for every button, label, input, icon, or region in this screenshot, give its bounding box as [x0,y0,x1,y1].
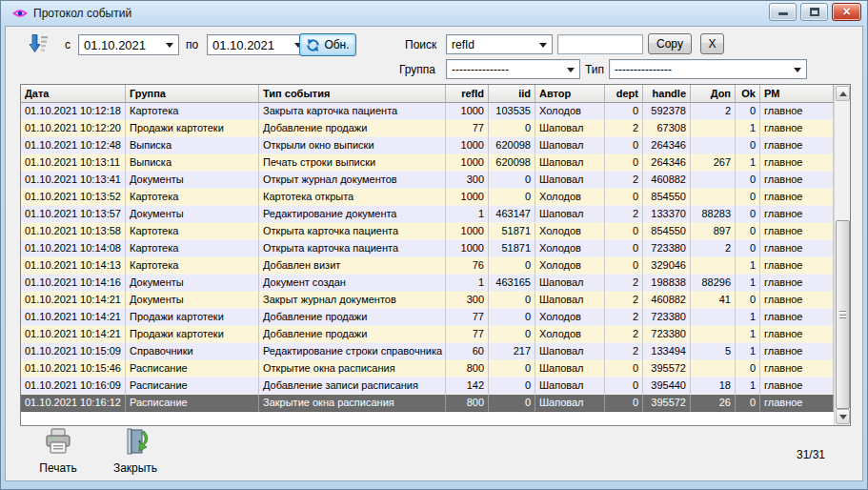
table-cell: Холодов [535,223,605,240]
triangle-up-icon [839,88,847,96]
table-cell: Холодов [535,240,605,257]
maximize-button[interactable] [800,3,828,21]
table-cell: главное [760,360,834,378]
table-cell: 01.10.2021 10:14:13 [21,257,126,275]
table-row[interactable]: 01.10.2021 10:13:41ДокументыОткрыт журна… [21,172,834,189]
table-row[interactable]: 01.10.2021 10:14:08КартотекаОткрыта карт… [21,240,834,257]
table-row[interactable]: 01.10.2021 10:13:11ВыпискаПечать строки … [21,154,834,172]
refresh-button-label: Обн. [324,38,349,51]
table-cell: 77 [446,120,489,137]
table-cell: 01.10.2021 10:13:52 [21,189,126,206]
group-select[interactable]: --------------- [446,59,580,79]
table-row[interactable]: 01.10.2021 10:12:18КартотекаЗакрыта карт… [21,103,834,120]
table-cell: Шаповал [535,360,605,378]
table-cell: 1 [736,275,760,292]
table-cell: Холодов [535,309,605,326]
search-field-select[interactable]: refId [446,34,553,54]
table-cell: Холодов [535,326,605,343]
table-cell: 51871 [489,240,535,257]
table-cell: главное [760,223,834,240]
column-header[interactable]: Автор [535,85,605,102]
table-row[interactable]: 01.10.2021 10:13:58КартотекаОткрыта карт… [21,223,834,240]
table-cell: 2 [605,120,643,137]
column-header[interactable]: iid [489,85,535,102]
table-row[interactable]: 01.10.2021 10:14:21ДокументыЗакрыт журна… [21,292,834,309]
vertical-scrollbar[interactable] [834,85,850,425]
table-cell: 460882 [643,172,691,189]
table-cell: 800 [446,360,489,378]
column-header[interactable]: refId [446,85,489,102]
table-cell: 2 [691,103,736,120]
group-value: --------------- [452,63,564,76]
table-cell: Шаповал [535,172,605,189]
column-header[interactable]: Ok [736,85,760,102]
table-cell: 2 [605,292,643,309]
table-cell: 0 [736,137,760,154]
table-cell: 1 [446,206,489,223]
search-input[interactable] [557,34,643,54]
table-row[interactable]: 01.10.2021 10:15:46РасписаниеОткрытие ок… [21,360,834,378]
table-cell: 133494 [643,343,691,360]
scroll-up-button[interactable] [836,86,850,101]
table-cell: 26 [691,395,736,412]
table-cell: 264346 [643,154,691,172]
table-row[interactable]: 01.10.2021 10:14:21Продажи картотекиДоба… [21,309,834,326]
date-from-select[interactable]: 01.10.2021 [78,34,179,55]
column-header[interactable]: Дата [21,85,126,102]
table-cell: 1 [736,154,760,172]
table-row[interactable]: 01.10.2021 10:16:12РасписаниеЗакрытие ок… [21,395,834,412]
minimize-button[interactable] [769,3,797,21]
thumb-grip-icon [839,311,846,318]
table-row[interactable]: 01.10.2021 10:14:16ДокументыДокумент соз… [21,275,834,292]
column-header[interactable]: РМ [760,85,834,102]
minimize-icon [778,12,788,15]
table-row[interactable]: 01.10.2021 10:14:13КартотекаДобавлен виз… [21,257,834,275]
table-cell: 0 [736,206,760,223]
table-cell: Выписка [126,154,259,172]
table-row[interactable]: 01.10.2021 10:13:52КартотекаКартотека от… [21,189,834,206]
clear-search-button[interactable]: X [700,33,724,54]
record-counter: 31/31 [777,448,844,461]
table-cell: Добавление записи расписания [259,378,446,395]
table-cell: Картотека [126,223,259,240]
table-cell [691,189,736,206]
close-button[interactable]: × [832,3,861,21]
refresh-button[interactable]: Обн. [299,33,356,56]
column-header[interactable]: Доп [691,85,736,102]
type-select[interactable]: --------------- [609,59,807,79]
table-row[interactable]: 01.10.2021 10:12:48ВыпискаОткрыли окно в… [21,137,834,154]
table-cell: главное [760,395,834,412]
close-window-button[interactable]: Закрыть [105,427,166,475]
copy-button[interactable]: Copy [648,33,692,54]
sort-descending-icon [29,33,50,57]
table-row[interactable]: 01.10.2021 10:16:09РасписаниеДобавление … [21,378,834,395]
table-cell: Добавление продажи [259,309,446,326]
table-cell: 2 [605,172,643,189]
table-cell: 723380 [643,326,691,343]
table-cell: Шаповал [535,395,605,412]
table-cell: 300 [446,172,489,189]
table-cell: 800 [446,395,489,412]
column-header[interactable]: Группа [126,85,259,102]
table-row[interactable]: 01.10.2021 10:14:21Продажи картотекиДоба… [21,326,834,343]
scroll-down-button[interactable] [836,409,850,424]
print-button[interactable]: Печать [30,427,87,475]
table-cell [691,172,736,189]
table-body: 01.10.2021 10:12:18КартотекаЗакрыта карт… [21,103,834,412]
table-row[interactable]: 01.10.2021 10:15:09СправочникиРедактиров… [21,343,834,360]
table-cell: 0 [605,395,643,412]
table-row[interactable]: 01.10.2021 10:12:20Продажи картотекиДоба… [21,120,834,137]
table-cell: 01.10.2021 10:14:21 [21,309,126,326]
table-cell: 01.10.2021 10:12:18 [21,103,126,120]
table-cell: 18 [691,378,736,395]
column-header[interactable]: Тип события [259,85,446,102]
column-header[interactable]: dept [605,85,643,102]
scrollbar-thumb[interactable] [836,220,850,409]
table-cell: 0 [489,120,535,137]
table-cell: 0 [605,240,643,257]
date-to-select[interactable]: 01.10.2021 [207,34,308,55]
column-header[interactable]: handle [643,85,691,102]
table-row[interactable]: 01.10.2021 10:13:57ДокументыРедактирован… [21,206,834,223]
date-from-label: с [65,38,71,51]
table-cell: 217 [489,343,535,360]
